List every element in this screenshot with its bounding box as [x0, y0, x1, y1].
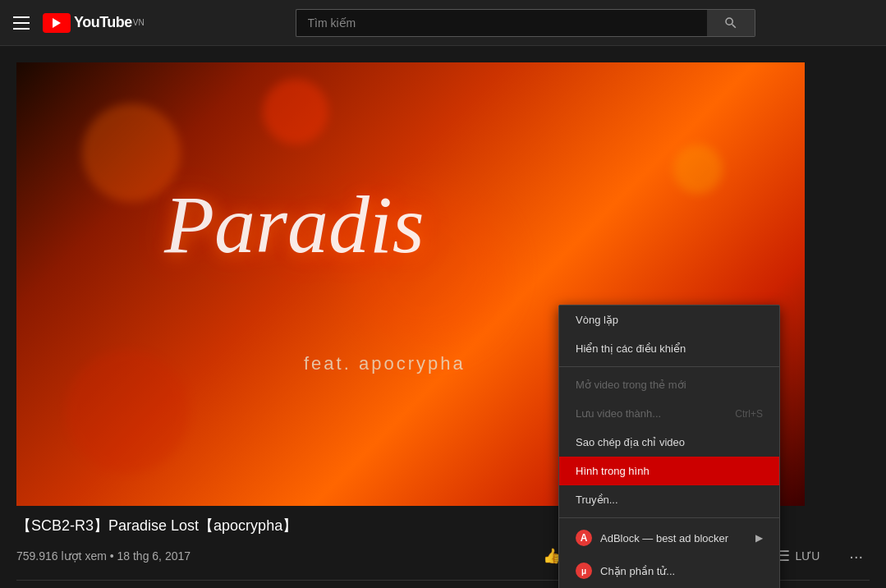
context-menu-item-label-copy_url: Sao chép địa chỉ video	[576, 436, 685, 448]
header: YouTubeVN	[0, 0, 886, 46]
context-menu-item-label-adblock: AdBlock — best ad blocker	[600, 532, 728, 544]
save-label: LƯU	[795, 549, 819, 563]
video-wrapper: Paradis feat. apocrypha Vòng lặpHiển thị…	[16, 62, 805, 506]
search-area	[177, 9, 873, 37]
main-content: Paradis feat. apocrypha Vòng lặpHiển thị…	[0, 46, 886, 588]
search-input[interactable]	[296, 9, 707, 37]
youtube-wordmark: YouTube	[74, 14, 132, 31]
context-menu-item-label-cast: Truyền...	[576, 494, 618, 506]
video-overlay-text: Paradis	[164, 177, 425, 272]
hamburger-menu-icon[interactable]	[13, 16, 30, 30]
context-menu-item-loop[interactable]: Vòng lặp	[559, 305, 779, 334]
context-menu-item-cast[interactable]: Truyền...	[559, 485, 779, 514]
logo-area[interactable]: YouTubeVN	[43, 13, 145, 33]
context-menu-item-label-save_as: Lưu video thành...	[576, 407, 661, 420]
context-menu-item-ublock[interactable]: μChặn phần tử...	[559, 554, 779, 587]
context-menu-item-save_as: Lưu video thành...Ctrl+S	[559, 399, 779, 428]
context-menu-item-show_controls[interactable]: Hiển thị các điều khiển	[559, 334, 779, 363]
youtube-logo: YouTubeVN	[43, 13, 145, 33]
youtube-country-code: VN	[133, 18, 145, 27]
more-button[interactable]: ···	[842, 544, 870, 569]
more-icon: ···	[849, 547, 863, 565]
adblock-icon: A	[576, 530, 592, 546]
search-bar	[296, 9, 755, 37]
context-menu-divider	[559, 517, 779, 518]
context-menu-item-label-pip: Hình trong hình	[576, 465, 650, 477]
context-menu: Vòng lặpHiển thị các điều khiểnMở video …	[558, 305, 780, 588]
ublock-icon: μ	[576, 563, 592, 579]
context-menu-item-adblock[interactable]: AAdBlock — best ad blocker▶	[559, 521, 779, 554]
context-menu-item-label-open_new: Mở video trong thẻ mới	[576, 379, 686, 391]
search-button[interactable]	[707, 9, 755, 37]
header-left: YouTubeVN	[13, 13, 177, 33]
yt-play-button-icon	[43, 13, 71, 33]
context-menu-item-label-ublock: Chặn phần tử...	[600, 565, 675, 577]
context-menu-item-open_new: Mở video trong thẻ mới	[559, 370, 779, 399]
context-menu-item-label-loop: Vòng lặp	[576, 314, 618, 326]
context-menu-item-pip[interactable]: Hình trong hình	[559, 457, 779, 485]
video-stats: 759.916 lượt xem • 18 thg 6, 2017	[16, 549, 191, 563]
context-menu-item-label-show_controls: Hiển thị các điều khiển	[576, 342, 686, 355]
context-menu-shortcut-save_as: Ctrl+S	[735, 408, 763, 420]
video-section: Paradis feat. apocrypha Vòng lặpHiển thị…	[16, 62, 870, 581]
video-feat-text: feat. apocrypha	[304, 353, 466, 374]
context-menu-divider	[559, 366, 779, 367]
context-menu-item-copy_url[interactable]: Sao chép địa chỉ video	[559, 428, 779, 457]
search-icon	[723, 16, 738, 30]
context-menu-arrow-adblock: ▶	[755, 532, 763, 544]
